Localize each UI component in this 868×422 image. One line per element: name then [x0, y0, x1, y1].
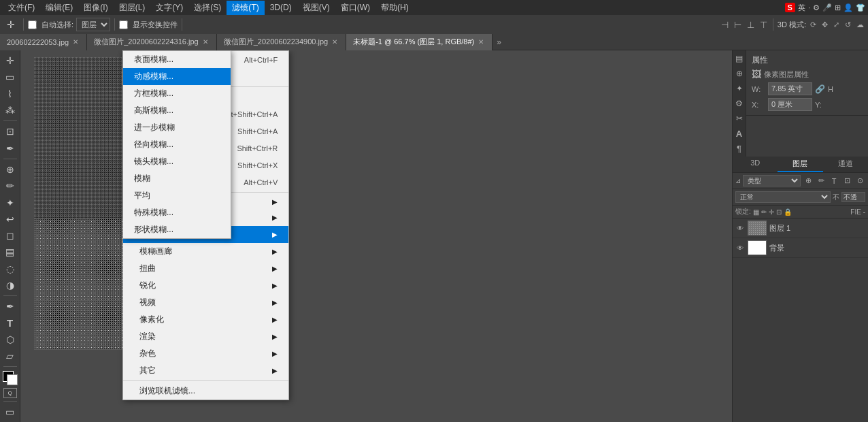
layer-item-layer1[interactable]: 👁 图层 1 [733, 218, 868, 238]
blur-further[interactable]: 进一步模糊 [123, 119, 231, 136]
tool-move[interactable]: ✛ [2, 53, 18, 68]
layers-filter-icon-3[interactable]: T [829, 176, 839, 186]
align-icon-1[interactable]: ⊣ [721, 20, 729, 30]
tool-color-box[interactable] [3, 371, 18, 385]
lock-artboard-icon[interactable]: ⊡ [776, 208, 782, 216]
tool-stamp[interactable]: ✦ [2, 195, 18, 210]
opacity-input[interactable] [841, 192, 865, 202]
prop-link-icon[interactable]: 🔗 [815, 84, 825, 94]
tab-close-1[interactable]: ✕ [71, 38, 80, 46]
layer-item-bg[interactable]: 👁 背景 [733, 238, 868, 258]
background-color[interactable] [7, 374, 18, 385]
panel-tab-3d[interactable]: 3D [733, 157, 778, 172]
lock-all-icon[interactable]: 🔒 [784, 208, 792, 216]
filter-blur-gallery[interactable]: 模糊画廊 ▶ [123, 243, 288, 260]
auto-select-type[interactable]: 图层 [76, 18, 110, 31]
blur-box[interactable]: 方框模糊... [123, 85, 231, 102]
screen-mode-btn[interactable]: ▭ [2, 404, 18, 419]
tab-weixin4316[interactable]: 微信图片_20200602224316.jpg ✕ [87, 34, 217, 50]
blur-shape[interactable]: 形状模糊... [123, 221, 231, 238]
bg-visibility[interactable]: 👁 [735, 243, 745, 253]
tool-lasso[interactable]: ⌇ [2, 86, 18, 101]
tool-eyedropper[interactable]: ✒ [2, 140, 18, 155]
3d-drag-icon[interactable]: ☁ [856, 20, 864, 29]
panel-icon-para[interactable]: ¶ [734, 143, 745, 154]
lock-paint-icon[interactable]: ✏ [761, 208, 767, 216]
auto-select-checkbox[interactable] [28, 20, 37, 29]
menu-image[interactable]: 图像(I) [78, 1, 113, 15]
menu-3d[interactable]: 3D(D) [265, 1, 297, 14]
tool-eraser[interactable]: ◻ [2, 228, 18, 243]
move-tool-btn[interactable]: ✛ [3, 16, 19, 33]
prop-w-value[interactable]: 7.85 英寸 [768, 82, 812, 95]
tab-close-4[interactable]: ✕ [477, 38, 485, 46]
align-icon-2[interactable]: ⊢ [734, 20, 741, 30]
3d-roll-icon[interactable]: ↺ [845, 20, 851, 29]
panel-icon-4[interactable]: ⚙ [734, 98, 745, 109]
panel-icon-A[interactable]: A [734, 128, 745, 139]
menu-help[interactable]: 帮助(H) [375, 1, 414, 15]
panel-icon-3[interactable]: ✦ [734, 83, 745, 94]
3d-rotate-icon[interactable]: ⟳ [810, 20, 816, 29]
panel-icon-1[interactable]: ▤ [734, 53, 745, 64]
quick-mask-btn[interactable]: Q [3, 388, 17, 398]
blur-average[interactable]: 平均 [123, 187, 231, 204]
filter-noise[interactable]: 杂色 ▶ [123, 345, 288, 362]
tab-weixin4900[interactable]: 微信图片_20200602234900.jpg ✕ [217, 34, 347, 50]
panel-icon-5[interactable]: ✂ [734, 113, 745, 124]
filter-other[interactable]: 其它 ▶ [123, 362, 288, 379]
filter-sharpen[interactable]: 锐化 ▶ [123, 277, 288, 294]
panel-tab-layers[interactable]: 图层 [778, 157, 822, 172]
user-icon[interactable]: 👤 [844, 3, 853, 12]
layers-filter-toggle[interactable]: ⊙ [854, 176, 865, 186]
grid-icon[interactable]: ⊞ [835, 3, 841, 12]
align-icon-4[interactable]: ⊤ [760, 20, 767, 30]
tool-magic-wand[interactable]: ⁂ [2, 103, 18, 118]
menu-type[interactable]: 文字(Y) [150, 1, 188, 15]
layers-filter-icon-2[interactable]: ✏ [816, 176, 827, 186]
blur-radial[interactable]: 径向模糊... [123, 136, 231, 153]
tool-type[interactable]: T [2, 315, 18, 330]
blur-plain[interactable]: 模糊 [123, 170, 231, 187]
menu-layer[interactable]: 图层(L) [114, 1, 151, 15]
3d-pan-icon[interactable]: ✥ [822, 20, 828, 29]
blur-special[interactable]: 特殊模糊... [123, 204, 231, 221]
menu-edit[interactable]: 编辑(E) [40, 1, 78, 15]
menu-filter[interactable]: 滤镜(T) [227, 1, 264, 15]
blur-surface[interactable]: 表面模糊... [123, 51, 231, 68]
tool-crop[interactable]: ⊡ [2, 124, 18, 139]
settings-icon[interactable]: ⚙ [813, 3, 820, 12]
tool-path[interactable]: ⬡ [2, 332, 18, 347]
tool-brush[interactable]: ✏ [2, 178, 18, 193]
tool-healing[interactable]: ⊕ [2, 162, 18, 177]
tool-select-rect[interactable]: ▭ [2, 69, 18, 84]
menu-file[interactable]: 文件(F) [3, 1, 40, 15]
align-icon-3[interactable]: ⊥ [747, 20, 754, 30]
tab-untitled[interactable]: 未标题-1 @ 66.7% (图层 1, RGB/8#) ✕ [346, 34, 493, 50]
transform-checkbox[interactable] [119, 20, 128, 29]
tool-history[interactable]: ↩ [2, 212, 18, 227]
filter-pixelate[interactable]: 像素化 ▶ [123, 311, 288, 328]
mic-icon[interactable]: 🎤 [822, 3, 832, 12]
menu-view[interactable]: 视图(V) [297, 1, 335, 15]
layer1-visibility[interactable]: 👁 [735, 223, 745, 233]
prop-x-value[interactable]: 0 厘米 [768, 98, 812, 111]
filter-video[interactable]: 视频 ▶ [123, 294, 288, 311]
blur-gaussian[interactable]: 高斯模糊... [123, 102, 231, 119]
tab-200602222053[interactable]: 200602222053.jpg ✕ [0, 34, 87, 50]
tool-blur[interactable]: ◌ [2, 261, 18, 276]
layers-filter-icon-1[interactable]: ⊕ [803, 176, 814, 186]
tab-close-3[interactable]: ✕ [331, 38, 339, 46]
filter-distort[interactable]: 扭曲 ▶ [123, 260, 288, 277]
tool-pen[interactable]: ✒ [2, 299, 18, 314]
layers-type-filter[interactable]: 类型 [743, 175, 801, 186]
filter-render[interactable]: 渲染 ▶ [123, 328, 288, 345]
lock-position-icon[interactable]: ✛ [769, 208, 774, 216]
tool-gradient[interactable]: ▤ [2, 244, 18, 259]
panel-tab-channels[interactable]: 通道 [823, 157, 868, 172]
panel-icon-2[interactable]: ⊕ [734, 68, 745, 79]
blur-motion[interactable]: 动感模糊... [123, 68, 231, 85]
lock-transparent-icon[interactable]: ▦ [753, 208, 759, 216]
blend-mode-select[interactable]: 正常 [735, 191, 831, 203]
shirt-icon[interactable]: 👕 [856, 3, 865, 12]
